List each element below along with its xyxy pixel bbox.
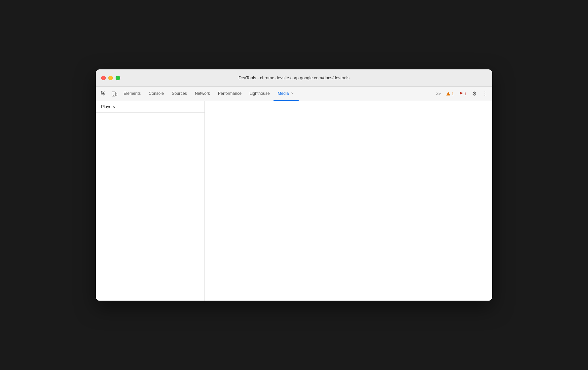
more-options-button[interactable]: ⋮ bbox=[480, 89, 490, 98]
warning-badge[interactable]: 1 bbox=[444, 91, 456, 96]
content-area: Players bbox=[96, 101, 492, 301]
device-icon bbox=[111, 91, 117, 97]
main-panel bbox=[205, 101, 492, 301]
tab-sources[interactable]: Sources bbox=[168, 87, 191, 101]
svg-point-3 bbox=[113, 95, 114, 96]
inspect-element-button[interactable] bbox=[98, 89, 109, 99]
tab-performance[interactable]: Performance bbox=[214, 87, 246, 101]
maximize-button[interactable] bbox=[116, 76, 120, 80]
window-title: DevTools - chrome.devsite.corp.google.co… bbox=[239, 75, 349, 80]
error-badge[interactable]: ⚑ 1 bbox=[457, 91, 468, 97]
minimize-button[interactable] bbox=[108, 76, 113, 80]
toolbar: Elements Console Sources Network Perform… bbox=[96, 87, 492, 101]
sidebar: Players bbox=[96, 101, 205, 301]
tab-elements[interactable]: Elements bbox=[120, 87, 145, 101]
close-button[interactable] bbox=[101, 76, 106, 80]
svg-rect-2 bbox=[116, 93, 117, 96]
toolbar-right: >> 1 ⚑ 1 ⚙ ⋮ bbox=[434, 89, 490, 98]
more-tabs-button[interactable]: >> bbox=[434, 89, 443, 98]
flag-icon: ⚑ bbox=[459, 91, 463, 96]
tab-network[interactable]: Network bbox=[191, 87, 214, 101]
title-bar: DevTools - chrome.devsite.corp.google.co… bbox=[96, 69, 492, 87]
warning-icon bbox=[446, 92, 450, 95]
tab-lighthouse[interactable]: Lighthouse bbox=[245, 87, 274, 101]
tab-console[interactable]: Console bbox=[145, 87, 168, 101]
traffic-lights bbox=[101, 76, 120, 80]
device-toolbar-button[interactable] bbox=[109, 89, 120, 99]
tab-list: Elements Console Sources Network Perform… bbox=[120, 87, 434, 101]
devtools-window: DevTools - chrome.devsite.corp.google.co… bbox=[96, 69, 492, 301]
tab-media[interactable]: Media ✕ bbox=[274, 87, 299, 101]
tab-media-close-icon[interactable]: ✕ bbox=[290, 91, 295, 96]
sidebar-players-header: Players bbox=[96, 101, 204, 113]
inspect-icon bbox=[101, 91, 107, 97]
settings-button[interactable]: ⚙ bbox=[470, 89, 479, 98]
